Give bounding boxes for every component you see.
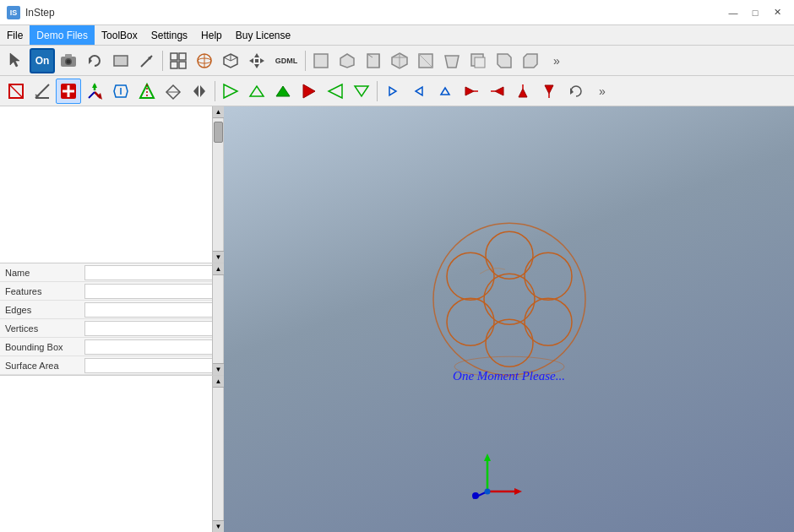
t2-arrow-down-button[interactable] xyxy=(537,79,563,104)
menu-demo-files[interactable]: Demo Files xyxy=(30,25,95,45)
svg-marker-20 xyxy=(254,53,259,57)
cursor-tool-button[interactable] xyxy=(3,48,29,73)
t2-right-fill-button[interactable] xyxy=(296,79,322,104)
sphere-button[interactable] xyxy=(192,48,217,73)
arrow-tool-button[interactable] xyxy=(134,48,160,73)
grid-button[interactable] xyxy=(166,48,191,73)
scroll-down-arrow[interactable]: ▼ xyxy=(213,251,224,263)
t2-arrow-left-button[interactable] xyxy=(485,79,510,104)
t2-small-right-button[interactable] xyxy=(380,79,405,104)
prop-label-name: Name xyxy=(0,268,84,278)
prop-input-features[interactable] xyxy=(84,284,221,299)
t2-rotate-cw-button[interactable] xyxy=(563,79,589,104)
scroll-up-arrow[interactable]: ▲ xyxy=(213,106,224,118)
t2-arrow-up-button[interactable] xyxy=(511,79,536,104)
svg-marker-22 xyxy=(249,58,253,63)
view-bottom-button[interactable] xyxy=(439,48,465,73)
toolbar-sep-3 xyxy=(215,81,215,101)
camera-button[interactable] xyxy=(56,48,81,73)
props-scrollbar[interactable]: ▲ ▼ xyxy=(212,263,223,375)
svg-rect-6 xyxy=(114,56,128,66)
svg-line-51 xyxy=(89,92,95,98)
prop-input-name[interactable] xyxy=(84,265,221,280)
t2-arrow-right-button[interactable] xyxy=(459,79,484,104)
t2-flip-button[interactable] xyxy=(187,79,212,104)
maximize-button[interactable]: □ xyxy=(745,4,765,21)
view-left-button[interactable] xyxy=(518,48,543,73)
on-label: On xyxy=(35,55,50,67)
svg-marker-75 xyxy=(545,85,553,94)
move-button[interactable] xyxy=(244,48,269,73)
view-front-button[interactable] xyxy=(308,48,334,73)
menu-toolbox[interactable]: ToolBox xyxy=(95,25,144,45)
lower-scroll-up[interactable]: ▲ xyxy=(213,376,224,388)
menu-file[interactable]: File xyxy=(0,25,30,45)
svg-marker-73 xyxy=(519,89,527,97)
svg-marker-58 xyxy=(193,85,198,97)
prop-label-vertices: Vertices xyxy=(0,323,84,334)
preview-scrollbar[interactable]: ▲ ▼ xyxy=(212,106,223,263)
cube-button[interactable] xyxy=(218,48,243,73)
t2-tri-up-button[interactable] xyxy=(244,79,269,104)
view-back-button[interactable] xyxy=(465,48,491,73)
menu-help[interactable]: Help xyxy=(194,25,229,45)
prop-input-bounding-box[interactable] xyxy=(84,339,221,355)
svg-marker-66 xyxy=(389,87,396,95)
prop-input-edges[interactable] xyxy=(84,302,221,318)
prop-row-features: Features xyxy=(0,282,223,301)
svg-point-93 xyxy=(472,492,479,499)
svg-rect-37 xyxy=(475,57,485,68)
minimize-button[interactable]: — xyxy=(723,4,743,21)
gdml-button[interactable]: GDML xyxy=(270,48,302,73)
close-button[interactable]: ✕ xyxy=(767,4,787,21)
svg-point-83 xyxy=(486,319,533,366)
prop-input-surface-area[interactable] xyxy=(84,358,221,373)
svg-marker-21 xyxy=(254,64,259,68)
t2-origin-button[interactable] xyxy=(82,79,107,104)
t2-plane-button[interactable] xyxy=(160,79,186,104)
svg-marker-39 xyxy=(524,54,537,68)
t2-plus-button[interactable] xyxy=(56,79,81,104)
prop-input-vertices[interactable] xyxy=(84,321,221,336)
props-scroll-down[interactable]: ▼ xyxy=(213,363,224,375)
t2-tri-left-button[interactable] xyxy=(323,79,348,104)
svg-point-82 xyxy=(525,298,572,345)
svg-marker-23 xyxy=(260,58,264,63)
scroll-thumb[interactable] xyxy=(214,122,223,143)
t2-tri-right-button[interactable] xyxy=(218,79,243,104)
t2-select-button[interactable] xyxy=(3,79,29,104)
prop-label-bounding-box: Bounding Box xyxy=(0,342,84,352)
t2-small-up-button[interactable] xyxy=(432,79,458,104)
svg-rect-25 xyxy=(314,54,328,68)
menu-bar: File Demo Files ToolBox Settings Help Bu… xyxy=(0,25,794,46)
main-layout: ▲ ▼ Name Features Edges xyxy=(0,106,794,532)
rotate-button[interactable] xyxy=(82,48,107,73)
t2-angle-button[interactable] xyxy=(30,79,55,104)
view-right-button[interactable] xyxy=(492,48,517,73)
lower-scrollbar[interactable]: ▲ ▼ xyxy=(212,376,223,532)
view-side-button[interactable] xyxy=(361,48,386,73)
t2-tri-fill-button[interactable] xyxy=(270,79,296,104)
t2-small-left-button[interactable] xyxy=(406,79,432,104)
t2-tri-down-button[interactable] xyxy=(349,79,374,104)
on-toggle-button[interactable]: On xyxy=(30,48,55,73)
svg-point-84 xyxy=(447,298,494,345)
t2-measure-button[interactable] xyxy=(108,79,133,104)
svg-rect-24 xyxy=(255,59,258,62)
lower-scroll-down[interactable]: ▼ xyxy=(213,520,224,532)
t2-more-button[interactable]: » xyxy=(590,79,615,104)
svg-marker-71 xyxy=(495,87,503,95)
lower-scroll-track xyxy=(213,388,223,520)
view-corner-button[interactable] xyxy=(413,48,438,73)
box-tool-button[interactable] xyxy=(108,48,133,73)
view-top-button[interactable] xyxy=(334,48,360,73)
3d-viewport[interactable]: One Moment Please... xyxy=(224,106,794,532)
svg-marker-38 xyxy=(498,54,511,68)
t2-symmetry-button[interactable] xyxy=(134,79,160,104)
menu-buy-license[interactable]: Buy License xyxy=(229,25,297,45)
toolbar1-more-button[interactable]: » xyxy=(544,48,569,73)
menu-settings[interactable]: Settings xyxy=(144,25,194,45)
svg-marker-69 xyxy=(465,87,474,95)
props-scroll-up[interactable]: ▲ xyxy=(213,263,224,275)
view-iso-button[interactable] xyxy=(387,48,412,73)
